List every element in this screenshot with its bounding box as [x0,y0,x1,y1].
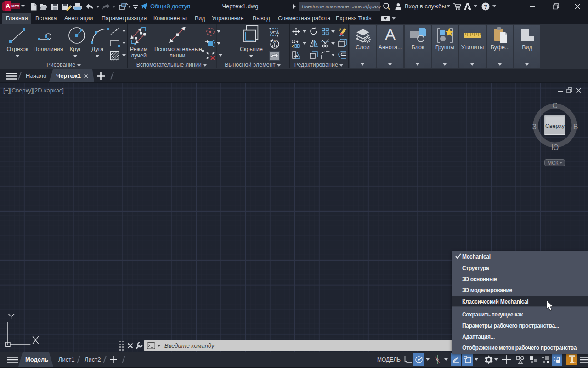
svg-text:A: A [273,39,276,44]
svg-text:С: С [552,102,558,109]
svg-text:∞: ∞ [574,361,576,364]
svg-text:A: A [276,30,279,34]
svg-text:MEC: MEC [11,4,19,8]
svg-text:З: З [532,123,537,131]
svg-text:В: В [573,123,578,131]
svg-text:A: A [6,2,10,10]
svg-text:?: ? [484,4,487,10]
svg-text:Сверху: Сверху [545,123,565,129]
svg-text:Ю: Ю [551,144,559,151]
svg-text:A: A [271,30,274,34]
